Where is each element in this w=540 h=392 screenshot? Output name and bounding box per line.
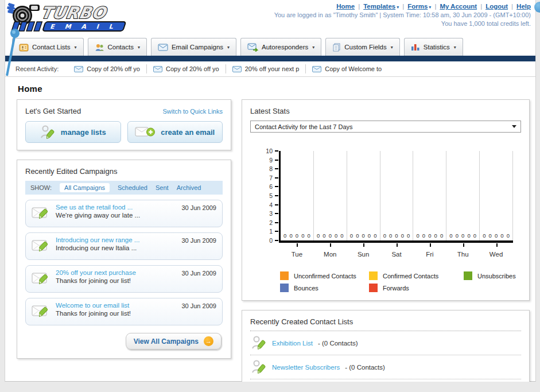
tab-contact-lists[interactable]: Contact Lists▾ <box>12 38 84 56</box>
filter-all-campaigns[interactable]: All Campaigns <box>60 183 110 192</box>
legend-item: Forwards <box>369 284 464 292</box>
tab-label: Email Campaigns <box>172 44 223 51</box>
view-all-campaigns-button[interactable]: View All Campaigns → <box>126 333 222 350</box>
statistics-icon <box>411 43 420 51</box>
y-axis-tick <box>275 177 278 178</box>
campaign-texts: See us at the retail food ...We're givin… <box>56 204 178 223</box>
chart-day-group: 00000Sat <box>380 151 414 240</box>
manage-lists-button[interactable]: manage lists <box>25 121 121 143</box>
recent-activity-item[interactable]: Copy of 20% off yo <box>68 64 146 73</box>
link-separator: | <box>402 3 404 10</box>
header-link-templates[interactable]: Templates <box>363 3 395 10</box>
tab-custom-fields[interactable]: Custom Fields▾ <box>325 38 400 56</box>
switch-to-quick-links[interactable]: Switch to Quick Links <box>162 108 223 115</box>
chevron-down-icon: ▾ <box>138 45 140 50</box>
contact-list-count: - (0 Contacts) <box>318 340 358 347</box>
custom-fields-icon <box>332 43 341 52</box>
y-axis-tick <box>275 231 278 232</box>
y-axis-tick <box>275 240 278 241</box>
logo-email-banner: E M A I L <box>42 22 126 31</box>
tab-autoresponders[interactable]: Autoresponders▾ <box>240 38 321 56</box>
y-axis-tick <box>275 222 278 223</box>
campaign-title-link[interactable]: See us at the retail food ... <box>56 204 178 211</box>
filter-archived[interactable]: Archived <box>177 184 201 191</box>
envelope-pencil-icon <box>32 236 56 255</box>
tab-email-campaigns[interactable]: Email Campaigns▾ <box>151 38 236 56</box>
contact-list-item[interactable]: Newsletter Subscribers- (0 Contacts) <box>250 355 521 379</box>
x-axis-label: Thu <box>446 251 479 258</box>
campaign-row[interactable]: 20% off your next purchaseThanks for joi… <box>25 265 223 293</box>
recent-activity-item[interactable]: 20% off your next p <box>226 64 306 73</box>
header-link-logout[interactable]: Logout <box>485 3 508 10</box>
button-label: create an email <box>161 128 215 137</box>
create-an-email-button[interactable]: create an email <box>127 121 223 143</box>
campaign-title-link[interactable]: Introducing our new range ... <box>56 236 178 243</box>
contact-list-link[interactable]: Newsletter Subscribers <box>272 364 340 371</box>
chart-value-labels: 00000 <box>413 232 446 239</box>
campaign-subtitle: We're giving away our late ... <box>56 212 178 219</box>
chart-value-label: 0 <box>401 232 404 239</box>
x-axis-tick <box>397 243 398 247</box>
recent-activity-item-label: Copy of 20% off yo <box>87 65 140 72</box>
header-link-my-account[interactable]: My Account <box>440 3 477 10</box>
campaign-row[interactable]: Introducing our new range ...Introducing… <box>25 232 223 260</box>
contact-list-item[interactable]: Exhibition List- (0 Contacts) <box>250 331 521 355</box>
header-link-forms[interactable]: Forms <box>407 3 428 10</box>
envelope-icon <box>74 66 83 72</box>
recent-activity-item[interactable]: Copy of 20% off yo <box>146 64 226 73</box>
campaigns-list: See us at the retail food ...We're givin… <box>25 200 223 325</box>
chart-day-group: 00000Sun <box>347 151 380 240</box>
chart-value-label: 0 <box>350 232 353 239</box>
legend-item: Bounces <box>280 284 369 292</box>
x-axis-tick <box>297 243 298 247</box>
contact-lists-list: Exhibition List- (0 Contacts)Newsletter … <box>250 331 521 379</box>
filter-scheduled[interactable]: Scheduled <box>118 184 147 191</box>
y-axis-label: 4 <box>258 201 273 208</box>
logo-graphic: TURBO E M A I L <box>6 1 141 33</box>
chevron-down-icon <box>512 125 516 128</box>
legend-item: Unconfirmed Contacts <box>280 271 369 280</box>
campaign-title-link[interactable]: Welcome to our email list <box>56 302 178 309</box>
page-title: Home <box>18 84 530 94</box>
turbo-email-logo: TURBO E M A I L <box>6 1 141 36</box>
chart-value-label: 0 <box>374 232 376 239</box>
chevron-down-icon: ▾ <box>312 45 314 50</box>
chart-value-label: 0 <box>440 232 443 239</box>
filter-sent[interactable]: Sent <box>156 184 169 191</box>
y-axis-label: 3 <box>258 210 273 217</box>
latest-stats-panel: Latest Stats Contact Activity for the La… <box>242 99 530 301</box>
legend-swatch-bounces <box>280 284 289 292</box>
chart-bars <box>281 151 313 240</box>
x-axis-label: Wed <box>480 251 512 258</box>
tab-contacts[interactable]: Contacts▾ <box>88 38 147 56</box>
campaign-title-link[interactable]: 20% off your next purchase <box>56 269 178 276</box>
chart-value-labels: 00000 <box>480 232 512 239</box>
recent-activity-item[interactable]: Copy of Welcome to <box>305 64 388 73</box>
header-links: Home|Templates▾|Forms▾|My Account|Logout… <box>274 3 531 10</box>
top-header: TURBO E M A I L Home|Templates▾|Forms▾|M… <box>5 0 535 34</box>
contact-list-link[interactable]: Exhibition List <box>272 340 313 347</box>
tab-label: Custom Fields <box>344 44 387 51</box>
create-email-icon <box>135 125 156 139</box>
manage-lists-icon <box>40 125 56 140</box>
latest-stats-title: Latest Stats <box>250 107 521 115</box>
content-card: TURBO E M A I L Home|Templates▾|Forms▾|M… <box>5 0 536 382</box>
campaign-date: 30 Jun 2009 <box>178 302 217 321</box>
header-link-help[interactable]: Help <box>516 3 531 10</box>
y-axis-label: 0 <box>258 237 273 244</box>
chart-legend: Unconfirmed ContactsConfirmed ContactsUn… <box>280 271 521 292</box>
legend-label: Unconfirmed Contacts <box>294 273 356 280</box>
chart-value-label: 0 <box>483 232 485 239</box>
link-separator: | <box>358 3 360 10</box>
chart-value-label: 0 <box>500 232 503 239</box>
tab-statistics[interactable]: Statistics▾ <box>404 38 463 56</box>
campaign-subtitle: Thanks for joining our list! <box>56 277 178 284</box>
campaign-row[interactable]: Welcome to our email listThanks for join… <box>25 298 223 325</box>
header-link-home[interactable]: Home <box>336 3 355 10</box>
chart-value-label: 0 <box>296 232 298 239</box>
header-right: Home|Templates▾|Forms▾|My Account|Logout… <box>274 3 531 27</box>
campaign-row[interactable]: See us at the retail food ...We're givin… <box>25 200 223 227</box>
y-axis-tick <box>275 160 278 161</box>
legend-swatch-confirmed-contacts <box>369 271 378 280</box>
stats-report-dropdown[interactable]: Contact Activity for the Last 7 Days <box>250 121 521 133</box>
